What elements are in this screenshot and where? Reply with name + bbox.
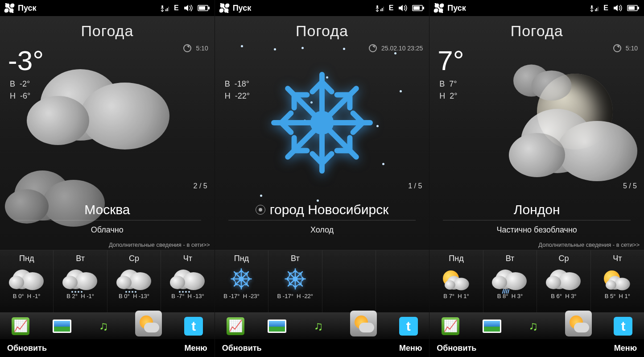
forecast-day[interactable]: ПндВ 0° Н -1°	[0, 250, 54, 312]
softkey-right[interactable]: Меню	[614, 344, 637, 353]
forecast-day[interactable]: СрВ 6° Н 3°	[537, 250, 590, 312]
last-update: 25.02.10 23:25	[381, 45, 423, 52]
forecast-day-label: Пнд	[2, 254, 51, 263]
start-label[interactable]: Пуск	[18, 4, 37, 13]
forecast-day-label: Вт	[270, 254, 320, 263]
svg-rect-9	[382, 8, 383, 11]
twitter-app[interactable]: t	[613, 316, 633, 336]
forecast-hilo: В 2° Н -1°	[55, 293, 105, 299]
weather-app[interactable]	[135, 311, 162, 336]
svg-rect-5	[208, 7, 210, 9]
windows-logo-icon	[4, 3, 14, 13]
forecast-icon	[2, 265, 51, 293]
forecast-day[interactable]: ВтВ 8° Н 3°	[483, 250, 537, 312]
refresh-icon[interactable]	[183, 44, 191, 52]
forecast-day[interactable]: ВтВ 2° Н -1°	[54, 250, 107, 312]
stocks-app[interactable]: 📈	[441, 316, 460, 336]
music-app[interactable]: ♫	[524, 316, 543, 336]
forecast-day[interactable]: ЧтВ 5° Н 1°	[591, 250, 644, 312]
forecast-day[interactable]: ПндВ 7° Н 1°	[429, 250, 483, 312]
photos-app[interactable]	[482, 316, 502, 336]
forecast-day[interactable]: СрВ 0° Н -13°	[107, 250, 161, 312]
forecast-day[interactable]: ВтВ -17° Н -22°	[268, 250, 322, 312]
twitter-app[interactable]: t	[184, 316, 203, 336]
more-info-link[interactable]: Дополнительные сведения - в сети>>	[538, 241, 640, 248]
more-info-link[interactable]: Дополнительные сведения - в сети>>	[109, 241, 210, 248]
page-indicator: 2 / 5	[194, 182, 207, 190]
music-app[interactable]: ♫	[309, 316, 328, 336]
windows-logo-icon	[434, 3, 444, 13]
svg-rect-6	[199, 6, 205, 10]
svg-rect-32	[598, 7, 599, 11]
forecast-row: ПндВ 0° Н -1°ВтВ 2° Н -1°СрВ 0° Н -13°Чт…	[0, 250, 215, 312]
weather-hero[interactable]: 5:10-3°В -2°Н -6°2 / 5МоскваОблачноДопол…	[0, 42, 215, 250]
forecast-hilo: В -7° Н -13°	[163, 293, 212, 299]
volume-icon	[613, 4, 623, 12]
forecast-icon	[163, 265, 212, 293]
softkey-left[interactable]: Обновить	[7, 344, 47, 353]
stocks-app[interactable]: 📈	[11, 316, 30, 336]
forecast-day[interactable]: ПндВ -17° Н -23°	[215, 250, 268, 312]
last-update: 5:10	[196, 45, 208, 52]
phone-screen-1: ПускEПогода25.02.10 23:25В -18°Н -22°1 /…	[215, 0, 430, 357]
status-bar: ПускE	[0, 0, 215, 16]
location-target-icon	[256, 205, 265, 215]
softkey-bar: ОбновитьМеню	[429, 339, 644, 357]
forecast-day-label: Вт	[55, 254, 105, 263]
start-label[interactable]: Пуск	[233, 4, 252, 13]
battery-icon	[627, 4, 640, 12]
high-low: В -2°Н -6°	[10, 78, 30, 102]
softkey-right[interactable]: Меню	[184, 344, 207, 353]
svg-rect-8	[380, 9, 381, 11]
condition-text: Холод	[215, 225, 429, 235]
forecast-icon	[270, 265, 320, 293]
start-label[interactable]: Пуск	[447, 4, 466, 13]
city-name: Москва	[13, 202, 201, 220]
forecast-hilo: В -17° Н -22°	[270, 293, 320, 299]
forecast-icon	[539, 265, 588, 293]
music-app[interactable]: ♫	[94, 316, 113, 336]
dock: 📈♫t	[215, 312, 429, 339]
dock: 📈♫t	[429, 312, 644, 339]
weather-app[interactable]	[565, 311, 592, 336]
refresh-icon[interactable]	[369, 44, 377, 52]
photos-app[interactable]	[267, 316, 287, 336]
forecast-day-empty	[376, 250, 429, 312]
svg-rect-34	[638, 7, 639, 9]
high-low: В -18°Н -22°	[225, 78, 250, 102]
svg-point-23	[239, 277, 244, 282]
forecast-hilo: В 8° Н 3°	[485, 293, 535, 299]
forecast-row: ПндВ 7° Н 1°ВтВ 8° Н 3°СрВ 6° Н 3°ЧтВ 5°…	[429, 250, 644, 312]
weather-hero[interactable]: 25.02.10 23:25В -18°Н -22°1 / 5город Нов…	[215, 42, 429, 250]
svg-rect-1	[165, 9, 166, 11]
photos-app[interactable]	[52, 316, 72, 336]
current-temp: 7°	[438, 47, 464, 75]
forecast-day-label: Вт	[485, 254, 535, 263]
edge-icon: E	[389, 4, 394, 12]
softkey-left[interactable]: Обновить	[222, 344, 262, 353]
softkey-right[interactable]: Меню	[399, 344, 422, 353]
forecast-icon	[431, 265, 481, 293]
forecast-day-empty	[322, 250, 376, 312]
forecast-row: ПндВ -17° Н -23°ВтВ -17° Н -22°	[215, 250, 429, 312]
refresh-icon[interactable]	[613, 44, 621, 52]
battery-icon	[198, 4, 210, 12]
city-name: город Новосибирск	[228, 202, 416, 220]
signal-icon	[160, 4, 169, 12]
forecast-day[interactable]: ЧтВ -7° Н -13°	[161, 250, 214, 312]
stocks-app[interactable]: 📈	[226, 316, 245, 336]
page-indicator: 5 / 5	[623, 182, 637, 190]
weather-app[interactable]	[350, 311, 377, 336]
weather-hero[interactable]: 5:107°В 7°Н 2°5 / 5ЛондонЧастично безобл…	[429, 42, 644, 250]
svg-rect-31	[596, 8, 597, 11]
svg-point-18	[310, 111, 334, 135]
twitter-app[interactable]: t	[399, 316, 418, 336]
forecast-icon	[485, 265, 535, 293]
forecast-icon	[55, 265, 105, 293]
forecast-icon	[593, 265, 642, 293]
softkey-left[interactable]: Обновить	[437, 344, 476, 353]
svg-rect-2	[167, 8, 168, 11]
phone-screen-2: ПускEПогода5:107°В 7°Н 2°5 / 5ЛондонЧаст…	[429, 0, 644, 357]
page-title: Погода	[215, 16, 429, 42]
dock: 📈♫t	[0, 312, 215, 339]
